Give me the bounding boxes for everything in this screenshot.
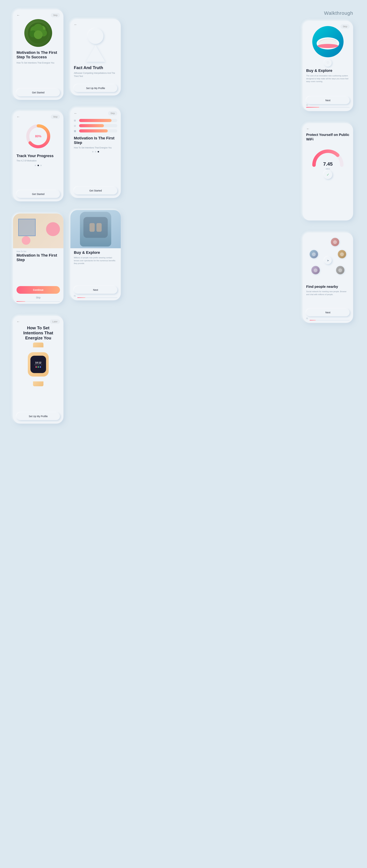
dot-2 [95, 151, 96, 152]
art-blue-box [18, 219, 36, 236]
card-title: Buy & Explore [74, 250, 117, 255]
donut-chart: 80% [24, 122, 52, 150]
skip-button[interactable]: Skip [13, 296, 63, 299]
back-button[interactable]: ← [17, 115, 20, 119]
shoe-icon [314, 31, 342, 52]
heart-button[interactable]: ♡ [324, 59, 332, 67]
progress-fill [306, 107, 319, 107]
card-title: How To Set Intentions That Energize You [17, 326, 60, 340]
next-button[interactable]: Next [306, 309, 349, 316]
skip-button[interactable]: Skip [51, 115, 60, 119]
next-button[interactable]: Next [74, 286, 117, 294]
card-body: Motivation Is The First Step To Success … [13, 49, 63, 69]
dot-3 [98, 151, 99, 152]
progress-bar [310, 320, 349, 320]
watch-container: 10:12 Wed Dec 14 [23, 344, 54, 382]
card-buy-explore-car: Buy & Explore Millions of people now pre… [70, 210, 121, 300]
card-intentions: ← Later How To Set Intentions That Energ… [13, 316, 63, 424]
card-subtitle: The A Z Of Motivation [17, 159, 60, 162]
dot-3 [40, 165, 42, 166]
card-title: Protect Yourself on Public WiFi [306, 132, 349, 142]
shape-area [70, 27, 121, 64]
plant-icon [26, 21, 50, 45]
gauge-value: 7.45 [323, 161, 333, 167]
back-button[interactable]: ← [74, 111, 77, 115]
card-buy-explore-shoe: Skip ♡ Buy & Explore The core of an inno… [303, 21, 353, 111]
card-title: Motivation Is The First Step [74, 136, 117, 145]
skip-button[interactable]: Skip [340, 24, 349, 29]
progress-bar [77, 298, 117, 298]
progress-bar: 01 [306, 107, 349, 107]
back-button[interactable]: ← [17, 319, 20, 323]
bar-fill-3 [79, 129, 108, 132]
card-motivation-bars: ← Skip ⊞ ◎ ▦ Motivation Is The First Ste… [70, 107, 121, 198]
card-title: Find people nearby [306, 285, 349, 289]
bar-track-1 [79, 119, 117, 122]
bar-track-3 [79, 129, 117, 132]
get-started-button[interactable]: Get Started [17, 89, 60, 96]
continue-button[interactable]: Continue [17, 286, 60, 294]
progress-label: 01 [306, 104, 308, 106]
dot-1 [35, 165, 36, 166]
card-subtitle: Althusser Competing Interpellations And … [74, 71, 117, 78]
shape-circle [88, 28, 104, 44]
bar-icon-3: ▦ [74, 129, 77, 132]
watch-strap-top [33, 342, 44, 347]
bar-row-1: ⊞ [74, 119, 117, 122]
setup-profile-button[interactable]: Set Up My Profile [74, 84, 117, 92]
get-started-button[interactable]: Get Started [17, 190, 60, 198]
progress-fill [17, 301, 25, 302]
watch-screen: 10:12 Wed Dec 14 [30, 356, 46, 373]
skip-button[interactable]: Skip [108, 111, 117, 116]
card-track-progress: ← Skip 80% Track Your Progress The A Z O… [13, 111, 63, 202]
avatar-1 [331, 238, 339, 246]
bars-chart: ⊞ ◎ ▦ [70, 116, 121, 136]
get-started-button[interactable]: Get Started [74, 187, 117, 194]
dot-1 [92, 151, 93, 152]
back-button[interactable]: ← [74, 23, 77, 27]
card-subtitle: Millions of people now prefer wearing co… [74, 256, 117, 265]
setup-profile-button[interactable]: Set Up My Profile [17, 412, 60, 420]
watch-time: 10:12 [35, 361, 41, 364]
bar-icon-2: ◎ [74, 124, 77, 127]
avatar-3 [338, 250, 346, 258]
shape-triangle [86, 45, 105, 62]
progress-fill [310, 320, 316, 320]
next-button[interactable]: Next [306, 96, 349, 104]
card-fact-truth: ← Fact And Truth Althusser Competing Int… [70, 19, 121, 95]
watch-icon-2 [37, 366, 39, 368]
car-top-view [80, 212, 111, 247]
bar-track-2 [79, 124, 117, 127]
gauge-chart: 7.45 MB/S [311, 144, 345, 167]
donut-value: 80% [35, 134, 41, 138]
watch-icons [35, 366, 41, 368]
back-button[interactable]: ← [17, 13, 20, 17]
art-image [13, 214, 63, 248]
card-subtitle: The core of an innovative new cushioning… [306, 74, 349, 83]
plant-image [24, 19, 52, 47]
card-title: Buy & Explore [306, 68, 349, 73]
send-button[interactable]: ➤ [324, 256, 332, 264]
page-dots [74, 151, 117, 152]
card-protect-wifi: ← Protect Yourself on Public WiFi 7.45 M… [303, 123, 353, 220]
card-title: Motivation Is The First Step To Success [17, 50, 60, 60]
shoe-image [312, 26, 343, 57]
car-seat-1 [89, 223, 95, 232]
car-window [83, 217, 108, 238]
card-subtitle: How To Set Intentions That Energize You [74, 147, 117, 149]
progress-bar [17, 301, 60, 302]
art-pink-circle [46, 222, 60, 236]
page-label: Walkthrough [324, 10, 353, 16]
later-button[interactable]: Later [50, 319, 60, 324]
skip-button[interactable]: Skip [51, 13, 60, 18]
people-network: ➤ [306, 236, 349, 285]
car-seat-2 [96, 223, 102, 232]
progress-label: 01 [74, 295, 76, 297]
card-motivation-continue: How To Set Motivation Is The First Step … [13, 214, 63, 304]
card-label: How To Set [17, 250, 60, 252]
card-title: Fact And Truth [74, 65, 117, 70]
gauge-unit: MB/S [326, 168, 330, 170]
check-button[interactable]: ✓ [323, 170, 332, 179]
back-button[interactable]: ← [306, 127, 310, 130]
card-title: Motivation Is The First Step [17, 253, 60, 262]
